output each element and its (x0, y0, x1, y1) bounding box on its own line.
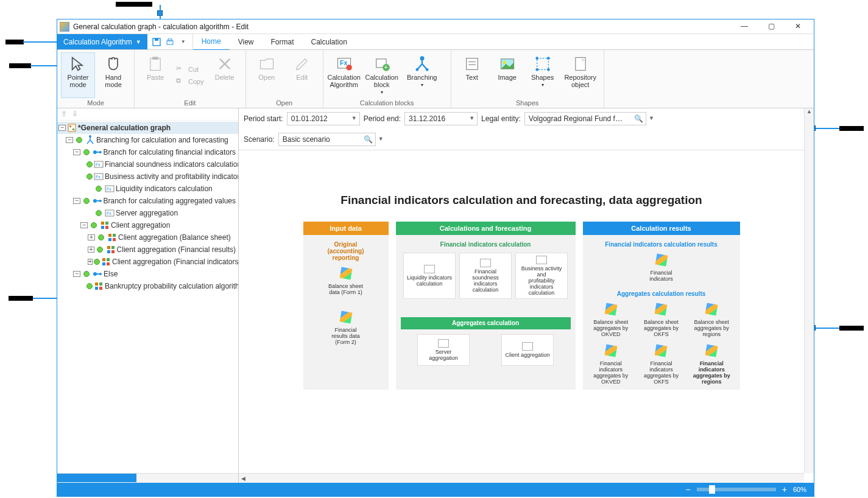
cut-button[interactable]: ✂Cut (174, 63, 206, 75)
tree-node[interactable]: − Branch for calculating aggregated valu… (57, 195, 238, 207)
tree-label: Else (104, 270, 118, 278)
tree-pane: ⇧ ⇩ − *General calculation graph − Branc… (57, 108, 239, 483)
zoom-slider[interactable] (697, 488, 776, 491)
shapes-button[interactable]: Shapes ▾ (526, 52, 560, 98)
paste-button[interactable]: Paste (138, 52, 172, 98)
search-icon: 🔍 (634, 114, 643, 123)
liquidity-card[interactable]: Liquidity indicators calculation (403, 253, 456, 299)
collapse-icon[interactable]: − (73, 271, 80, 277)
tree-root[interactable]: − *General calculation graph (57, 122, 238, 134)
collapse-icon[interactable]: − (80, 222, 88, 228)
fi-regions-node[interactable]: Financial indicators aggregates by regio… (690, 343, 733, 385)
tree-node[interactable]: − Branch for calculating financial indic… (57, 146, 238, 158)
edit-small-buttons: ✂Cut ⧉Copy (174, 52, 206, 98)
close-button[interactable]: ✕ (785, 19, 811, 34)
svg-rect-42 (101, 222, 104, 225)
tree-horizontal-scrollbar[interactable] (57, 473, 238, 483)
expand-icon[interactable]: + (88, 259, 93, 265)
tree[interactable]: − *General calculation graph − Branching… (57, 121, 238, 473)
save-icon[interactable] (151, 37, 162, 47)
tree-node[interactable]: Fx Liquidity indicators calculation (57, 183, 238, 195)
bs-okved-node[interactable]: Balance sheet aggregates by OKVED (590, 302, 632, 337)
svg-text:Fx: Fx (107, 187, 111, 191)
soundness-card[interactable]: Financial soundness indicators calculati… (459, 253, 512, 299)
svg-rect-5 (152, 57, 158, 60)
svg-rect-60 (95, 282, 98, 286)
financial-results-node[interactable]: Financial results data (Form 2) (325, 310, 367, 345)
collapse-icon[interactable]: − (58, 125, 66, 131)
caret-down-icon: ▾ (542, 82, 544, 88)
canvas-horizontal-scrollbar[interactable]: ◀ (239, 473, 804, 483)
expand-icon[interactable]: + (88, 247, 94, 253)
text-button[interactable]: Text (455, 52, 489, 98)
ribbon-group-calc-blocks: Fx Calculation Algorithm + Calculation b… (323, 50, 451, 108)
qa-dropdown-icon[interactable]: ▼ (178, 37, 189, 47)
repository-button[interactable]: Repository object (561, 52, 600, 98)
tree-node[interactable]: − Client aggregation (57, 219, 238, 231)
zoom-thumb[interactable] (709, 485, 715, 494)
callout-line (814, 328, 839, 329)
tree-node[interactable]: − Else (57, 268, 238, 280)
copy-button[interactable]: ⧉Copy (174, 75, 206, 88)
financial-indicators-node[interactable]: Financial indicators (640, 253, 683, 282)
edit-button[interactable]: Edit (285, 52, 319, 98)
scrollbar-thumb[interactable] (57, 474, 136, 482)
bs-okfs-node[interactable]: Balance sheet aggregates by OKFS (640, 302, 682, 337)
window-title: General calculation graph - calculation … (73, 23, 731, 31)
server-aggregation-card[interactable]: Server aggregation (417, 334, 470, 366)
tree-down-icon[interactable]: ⇩ (72, 110, 78, 119)
collapse-icon[interactable]: − (73, 198, 80, 204)
tab-view[interactable]: View (230, 34, 263, 50)
fi-okved-node[interactable]: Financial indicators aggregates by OKVED (590, 343, 632, 385)
tab-home[interactable]: Home (193, 33, 230, 51)
tree-node[interactable]: + Client aggregation (Financial indicato… (57, 256, 238, 268)
tree-node[interactable]: + Client aggregation (Financial results) (57, 244, 238, 256)
tree-up-icon[interactable]: ⇧ (61, 110, 67, 119)
period-end-input[interactable]: 31.12.2016▼ (404, 112, 478, 125)
hand-mode-button[interactable]: Hand mode (96, 52, 130, 98)
collapse-icon[interactable]: − (66, 137, 73, 143)
fi-okfs-node[interactable]: Financial indicators aggregates by OKFS (640, 343, 682, 385)
tree-label: Client aggregation (Financial results) (117, 245, 236, 254)
expand-icon[interactable]: + (88, 234, 95, 240)
callout-marker (9, 296, 33, 301)
branching-button[interactable]: Branching ▾ (403, 52, 442, 98)
calc-algorithm-button[interactable]: Fx Calculation Algorithm (327, 52, 361, 98)
calc-block-button[interactable]: + Calculation block ▾ (362, 52, 401, 98)
tree-label: Liquidity indicators calculation (116, 184, 213, 193)
tree-node[interactable]: + Client aggregation (Balance sheet) (57, 231, 238, 244)
print-icon[interactable] (164, 37, 175, 47)
balance-sheet-node[interactable]: Balance sheet data (Form 1) (325, 266, 367, 295)
tree-node[interactable]: Fx Server aggregation (57, 207, 238, 219)
file-menu-button[interactable]: Calculation Algorithm ▼ (57, 34, 147, 49)
tree-node[interactable]: Bankruptcy probability calculation algor… (57, 280, 238, 292)
input-data-column: Input data Original (accounting) reporti… (303, 222, 389, 390)
zoom-out-button[interactable]: − (686, 485, 691, 494)
tree-label: Branch for calculating aggregated values (104, 197, 236, 205)
bs-regions-node[interactable]: Balance sheet aggregates by regions (690, 302, 733, 337)
client-aggregation-card[interactable]: Client aggregation (501, 334, 554, 366)
image-button[interactable]: Image (490, 52, 524, 98)
zoom-in-button[interactable]: + (782, 485, 787, 494)
open-button[interactable]: Open (250, 52, 284, 98)
tab-format[interactable]: Format (262, 34, 302, 50)
pointer-mode-button[interactable]: Pointer mode (61, 52, 95, 98)
fx-icon: Fx (94, 160, 104, 169)
delete-button[interactable]: Delete (208, 52, 242, 98)
scenario-input[interactable]: Basic scenario🔍▼ (278, 133, 376, 146)
canvas-vertical-scrollbar[interactable]: ▲ (804, 108, 814, 473)
tree-node[interactable]: Fx Financial soundness indicators calcul… (57, 158, 238, 170)
minimize-button[interactable]: — (731, 19, 758, 34)
period-start-input[interactable]: 01.01.2012▼ (287, 112, 360, 125)
scroll-left-icon[interactable]: ◀ (239, 475, 247, 482)
legal-entity-input[interactable]: Volgograd Regional Fund for Animal🔍▼ (524, 112, 646, 125)
tree-node[interactable]: − Branching for calculation and forecast… (57, 134, 238, 146)
collapse-icon[interactable]: − (73, 149, 80, 155)
tab-calculation[interactable]: Calculation (302, 34, 355, 50)
tree-node[interactable]: Fx Business activity and profitability i… (57, 170, 238, 183)
scroll-up-icon[interactable]: ▲ (805, 108, 814, 117)
activity-card[interactable]: Business activity and profitability indi… (515, 253, 568, 299)
svg-rect-4 (150, 58, 160, 71)
diagram-canvas[interactable]: Financial indicators calculation and for… (239, 145, 804, 473)
maximize-button[interactable]: ▢ (758, 19, 785, 34)
